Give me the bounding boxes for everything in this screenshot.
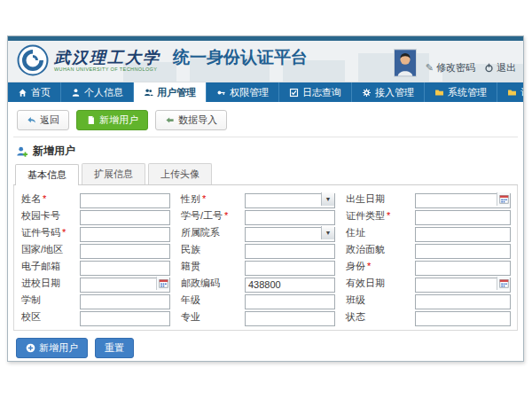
major-field[interactable] xyxy=(245,311,335,326)
plus-circle-icon xyxy=(26,343,35,353)
nav-item-access-mgmt[interactable]: 接入管理 xyxy=(352,82,425,102)
campus-card-no-input[interactable] xyxy=(80,208,170,223)
status-input[interactable] xyxy=(415,309,511,325)
tab-label: 上传头像 xyxy=(160,168,200,179)
reset-button[interactable]: 重置 xyxy=(95,338,134,358)
tab-label: 扩展信息 xyxy=(94,168,133,179)
nav-item-log-query[interactable]: 日志查询 xyxy=(279,82,352,102)
submit-add-user-label: 新增用户 xyxy=(39,341,78,355)
status-field[interactable] xyxy=(415,311,511,326)
campus-field[interactable] xyxy=(80,311,170,326)
campus-label: 校区 xyxy=(21,309,69,325)
required-asterisk: * xyxy=(202,193,206,204)
political-status-label: 政治面貌 xyxy=(346,242,404,257)
postal-code-field[interactable] xyxy=(245,278,335,293)
postal-code-input[interactable] xyxy=(245,276,335,291)
change-password-link[interactable]: ✎ 修改密码 xyxy=(426,61,475,74)
political-status-field[interactable] xyxy=(415,244,511,259)
users-icon xyxy=(144,88,153,98)
data-import-button[interactable]: 数据导入 xyxy=(155,110,227,130)
back-button[interactable]: 返回 xyxy=(17,110,69,130)
study-length-field[interactable] xyxy=(80,294,170,309)
user-icon xyxy=(71,88,81,98)
id-type-field[interactable] xyxy=(415,210,511,225)
id-number-field[interactable] xyxy=(80,227,170,242)
identity-field[interactable] xyxy=(415,261,511,276)
submit-add-user-button[interactable]: 新增用户 xyxy=(16,338,88,358)
tab-upload-avatar[interactable]: 上传头像 xyxy=(148,163,212,184)
native-place-field[interactable] xyxy=(245,261,335,276)
study-length-input[interactable] xyxy=(80,293,170,308)
student-emp-no-input[interactable] xyxy=(245,208,335,223)
class-field[interactable] xyxy=(415,294,511,309)
name-input[interactable] xyxy=(80,192,170,207)
grade-field[interactable] xyxy=(245,294,335,309)
content-area: 返回 新增用户 数据导入 新增用户 xyxy=(8,102,523,362)
enroll-date-input[interactable] xyxy=(80,276,170,291)
email-input[interactable] xyxy=(80,259,170,274)
home-icon xyxy=(18,88,27,98)
calendar-button[interactable] xyxy=(497,277,510,290)
class-label: 班级 xyxy=(346,293,404,308)
required-asterisk: * xyxy=(387,210,390,221)
gender-select[interactable]: ▼ xyxy=(245,192,335,207)
identity-input[interactable] xyxy=(415,259,511,274)
political-status-input[interactable] xyxy=(415,242,511,257)
nav-item-user-mgmt[interactable]: 用户管理 xyxy=(134,82,207,102)
department-select[interactable]: ▼ xyxy=(245,225,335,240)
major-input[interactable] xyxy=(245,309,335,325)
student-emp-no-field[interactable] xyxy=(245,210,335,225)
required-asterisk: * xyxy=(43,193,46,204)
email-field[interactable] xyxy=(80,261,170,276)
valid-date-input[interactable] xyxy=(415,276,511,291)
folder-icon xyxy=(507,88,517,98)
nav-item-label: 订阅管理 xyxy=(520,86,524,99)
chevron-down-icon[interactable]: ▼ xyxy=(321,192,334,206)
calendar-button[interactable] xyxy=(497,192,510,206)
grade-label: 年级 xyxy=(181,293,234,308)
valid-date-label: 有效日期 xyxy=(346,276,404,291)
address-input[interactable] xyxy=(415,225,511,240)
ethnicity-label: 民族 xyxy=(181,242,234,257)
section-header: 新增用户 xyxy=(13,137,518,163)
native-place-input[interactable] xyxy=(245,259,335,274)
folder-icon xyxy=(434,88,444,98)
nav-item-label: 系统管理 xyxy=(448,86,487,99)
tab-basic-info[interactable]: 基本信息 xyxy=(15,164,79,185)
nav-item-permission[interactable]: 权限管理 xyxy=(207,82,279,102)
back-button-label: 返回 xyxy=(40,113,59,127)
ethnicity-field[interactable] xyxy=(245,244,335,259)
university-name-en: WUHAN UNIVERSITY OF TECHNOLOGY xyxy=(54,66,160,72)
add-user-form: 姓名*性别*▼出生日期校园卡号学号/工号*证件类型*证件号码*所属院系▼住址国家… xyxy=(13,185,518,331)
nav-item-subscription[interactable]: 订阅管理 xyxy=(497,82,524,102)
address-label: 住址 xyxy=(346,225,404,240)
nav-item-system-mgmt[interactable]: 系统管理 xyxy=(425,82,497,102)
address-field[interactable] xyxy=(415,227,511,242)
ethnicity-input[interactable] xyxy=(245,242,335,257)
id-number-input[interactable] xyxy=(80,225,170,240)
logout-label: 退出 xyxy=(497,61,516,74)
chevron-down-icon[interactable]: ▼ xyxy=(321,226,334,239)
country-region-input[interactable] xyxy=(80,242,170,257)
brand-block: 武汉理工大学 WUHAN UNIVERSITY OF TECHNOLOGY 统一… xyxy=(17,44,308,76)
power-icon xyxy=(484,63,494,73)
campus-card-no-field[interactable] xyxy=(80,210,170,225)
logout-link[interactable]: 退出 xyxy=(484,61,516,74)
id-type-input[interactable] xyxy=(415,208,511,223)
grade-input[interactable] xyxy=(245,293,335,308)
tab-extended-info[interactable]: 扩展信息 xyxy=(82,163,145,184)
calendar-button[interactable] xyxy=(156,277,169,290)
campus-input[interactable] xyxy=(80,309,170,325)
change-password-label: 修改密码 xyxy=(436,61,475,74)
nav-item-home[interactable]: 首页 xyxy=(8,82,61,102)
toolbar: 返回 新增用户 数据导入 xyxy=(13,106,518,137)
country-region-field[interactable] xyxy=(80,244,170,259)
app-header: 武汉理工大学 WUHAN UNIVERSITY OF TECHNOLOGY 统一… xyxy=(8,41,523,82)
user-plus-icon xyxy=(16,145,28,158)
name-field[interactable] xyxy=(80,193,170,208)
gear-icon xyxy=(362,88,372,98)
birth-date-input[interactable] xyxy=(415,192,511,207)
class-input[interactable] xyxy=(415,293,511,308)
add-user-toolbar-button[interactable]: 新增用户 xyxy=(76,110,148,130)
nav-item-profile[interactable]: 个人信息 xyxy=(61,82,134,102)
